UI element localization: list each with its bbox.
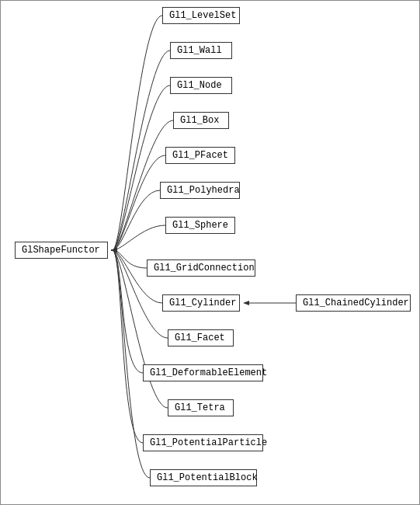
node-Gl1_Tetra: Gl1_Tetra bbox=[168, 399, 234, 416]
node-Gl1_DeformableElement: Gl1_DeformableElement bbox=[143, 364, 263, 381]
node-Gl1_Facet: Gl1_Facet bbox=[168, 329, 234, 347]
node-Gl1_ChainedCylinder: Gl1_ChainedCylinder bbox=[296, 294, 411, 312]
node-Gl1_GridConnection: Gl1_GridConnection bbox=[147, 259, 255, 277]
node-Gl1_PotentialParticle: Gl1_PotentialParticle bbox=[143, 434, 263, 451]
node-GlShapeFunctor: GlShapeFunctor bbox=[15, 242, 108, 259]
node-Gl1_Box: Gl1_Box bbox=[173, 112, 229, 129]
edge-Gl1_PFacet-GlShapeFunctor bbox=[113, 155, 165, 250]
node-Gl1_LevelSet: Gl1_LevelSet bbox=[162, 7, 240, 24]
node-Gl1_Cylinder: Gl1_Cylinder bbox=[162, 294, 240, 312]
node-Gl1_Polyhedra: Gl1_Polyhedra bbox=[160, 182, 240, 199]
node-Gl1_PFacet: Gl1_PFacet bbox=[165, 147, 235, 164]
node-Gl1_Node: Gl1_Node bbox=[170, 77, 232, 94]
node-Gl1_PotentialBlock: Gl1_PotentialBlock bbox=[150, 469, 257, 486]
node-Gl1_Wall: Gl1_Wall bbox=[170, 42, 232, 59]
edge-Gl1_LevelSet-GlShapeFunctor bbox=[113, 16, 162, 250]
edge-Gl1_PotentialParticle-GlShapeFunctor bbox=[113, 250, 143, 443]
node-Gl1_Sphere: Gl1_Sphere bbox=[165, 217, 235, 234]
diagram-canvas: GlShapeFunctorGl1_LevelSetGl1_WallGl1_No… bbox=[0, 0, 420, 505]
